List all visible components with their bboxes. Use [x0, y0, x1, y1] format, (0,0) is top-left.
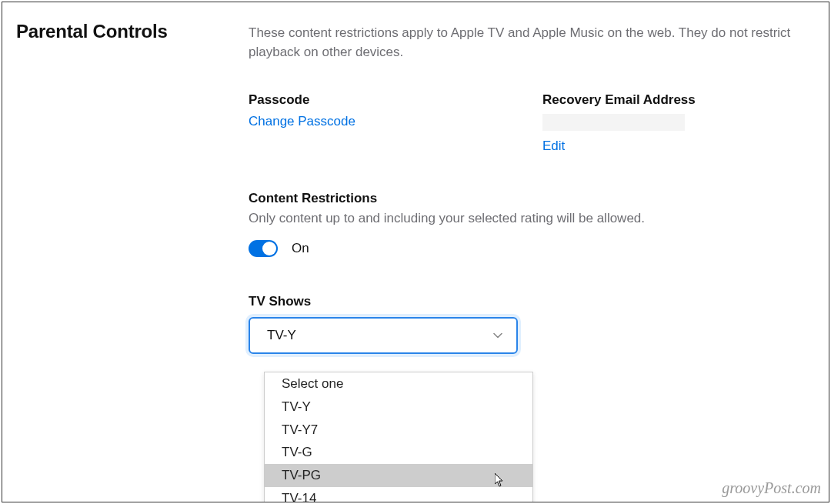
- tv-shows-select[interactable]: TV-Y: [249, 317, 518, 354]
- page-description: These content restrictions apply to Appl…: [249, 21, 806, 62]
- tv-shows-field: TV Shows TV-Y: [249, 294, 806, 354]
- toggle-knob: [262, 242, 276, 255]
- content-restrictions-toggle[interactable]: [249, 240, 278, 257]
- tv-shows-dropdown[interactable]: Select one TV-Y TV-Y7 TV-G TV-PG TV-14 T…: [264, 372, 533, 502]
- change-passcode-link[interactable]: Change Passcode: [249, 114, 512, 129]
- recovery-email-label: Recovery Email Address: [542, 92, 806, 108]
- watermark: groovyPost.com: [722, 479, 821, 497]
- left-column: Parental Controls: [2, 21, 249, 502]
- content-restrictions-description: Only content up to and including your se…: [249, 211, 806, 226]
- dropdown-option-tv-y[interactable]: TV-Y: [265, 396, 532, 419]
- toggle-state-label: On: [292, 241, 309, 256]
- passcode-block: Passcode Change Passcode: [249, 92, 512, 154]
- content-restrictions-toggle-row: On: [249, 240, 806, 257]
- content-restrictions-title: Content Restrictions: [249, 191, 806, 206]
- dropdown-option-tv-y7[interactable]: TV-Y7: [265, 419, 532, 442]
- dropdown-option-tv-14[interactable]: TV-14: [265, 487, 532, 502]
- dropdown-option-tv-pg[interactable]: TV-PG: [265, 464, 532, 487]
- dropdown-option-tv-g[interactable]: TV-G: [265, 441, 532, 464]
- chevron-down-icon: [493, 331, 502, 340]
- settings-panel: Parental Controls These content restrict…: [2, 2, 829, 502]
- tv-shows-label: TV Shows: [249, 294, 806, 309]
- credentials-row: Passcode Change Passcode Recovery Email …: [249, 92, 806, 154]
- content-restrictions-section: Content Restrictions Only content up to …: [249, 191, 806, 257]
- recovery-email-block: Recovery Email Address Edit: [542, 92, 806, 154]
- dropdown-option-select-one[interactable]: Select one: [265, 372, 532, 396]
- edit-recovery-email-link[interactable]: Edit: [542, 139, 806, 154]
- page-title: Parental Controls: [16, 21, 249, 42]
- passcode-label: Passcode: [249, 92, 512, 108]
- tv-shows-selected-value: TV-Y: [267, 328, 296, 343]
- recovery-email-value-redacted: [542, 114, 685, 131]
